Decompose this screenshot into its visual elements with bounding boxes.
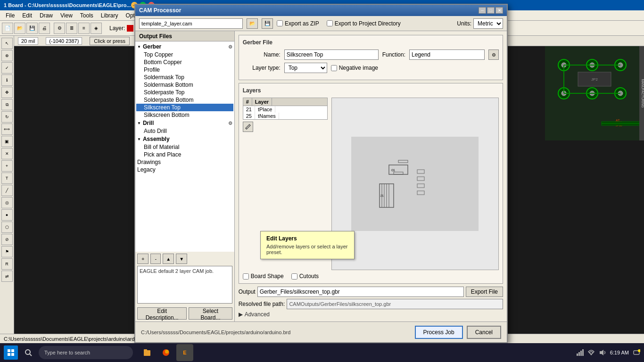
tree-solderpaste-top[interactable]: Solderpaste Top — [136, 89, 233, 96]
tree-silkscreen-bottom[interactable]: Silkscreen Bottom — [136, 111, 233, 119]
cam-add-btn[interactable]: + — [137, 254, 149, 264]
tree-profile[interactable]: Profile — [136, 66, 233, 74]
menu-view[interactable]: View — [57, 11, 76, 20]
layer-name-tplace: tPlace — [255, 106, 276, 113]
lt-info[interactable]: ℹ — [1, 74, 13, 86]
lt-group[interactable]: ▣ — [1, 136, 13, 147]
cam-remove-btn[interactable]: - — [150, 254, 161, 264]
taskbar-search-bar[interactable]: Type here to search — [39, 346, 133, 359]
click-press-button[interactable]: Click or press — [90, 37, 130, 45]
advanced-row[interactable]: ▶ Advanced — [239, 311, 503, 318]
tree-drill-section[interactable]: ▼ Drill ⚙ — [136, 119, 233, 127]
lt-ripup[interactable]: ⊘ — [1, 234, 13, 245]
tree-bom[interactable]: Bill of Material — [136, 143, 233, 151]
export-file-btn[interactable]: Export File — [466, 287, 503, 297]
board-shape-label[interactable]: Board Shape — [243, 273, 284, 280]
menu-tools[interactable]: Tools — [76, 11, 97, 20]
cam-down-btn[interactable]: ▼ — [176, 254, 187, 264]
cam-maximize-btn[interactable]: □ — [487, 7, 495, 14]
svg-rect-52 — [578, 352, 580, 356]
gerber-gear-icon[interactable]: ⚙ — [228, 44, 232, 49]
lt-mirror[interactable]: ⟺ — [1, 123, 13, 135]
tb-open[interactable]: 📂 — [14, 23, 25, 34]
menu-file[interactable]: File — [2, 11, 18, 20]
tb-btn4[interactable]: ◈ — [91, 23, 102, 34]
taskbar-browser-icon[interactable] — [157, 344, 174, 361]
tree-soldermask-bottom[interactable]: Soldermask Bottom — [136, 81, 233, 89]
tree-pick-place[interactable]: Pick and Place — [136, 151, 233, 158]
edit-description-btn[interactable]: Edit Description... — [137, 307, 187, 320]
layer-type-select[interactable]: Top Bottom Inner Mechanical — [284, 63, 327, 73]
cutouts-label[interactable]: Cutouts — [291, 273, 319, 280]
tree-bottom-copper[interactable]: Bottom Copper — [136, 58, 233, 66]
tb-print[interactable]: 🖨 — [39, 23, 50, 34]
layer-row-21[interactable]: 21 tPlace — [243, 106, 327, 113]
units-select[interactable]: Metric Inch — [473, 18, 503, 29]
lt-select[interactable]: ↖ — [1, 38, 13, 49]
lt-drc[interactable]: ✓ — [1, 62, 13, 74]
select-board-btn[interactable]: Select Board... — [189, 307, 232, 320]
menu-library[interactable]: Library — [97, 11, 122, 20]
tb-btn2[interactable]: ≣ — [66, 23, 77, 34]
lt-rotate[interactable]: ↻ — [1, 111, 13, 123]
cam-close-btn[interactable]: ✕ — [495, 7, 503, 14]
function-input[interactable] — [409, 49, 485, 60]
export-zip-checkbox[interactable] — [277, 20, 283, 26]
tree-solderpaste-bottom[interactable]: Solderpaste Bottom — [136, 96, 233, 104]
start-button[interactable] — [4, 346, 18, 360]
svg-rect-51 — [577, 354, 578, 356]
layer-row-25[interactable]: 25 tNames — [243, 113, 327, 119]
tree-auto-drill[interactable]: Auto Drill — [136, 127, 233, 135]
export-project-checkbox[interactable] — [327, 20, 333, 26]
cam-save-btn[interactable]: 💾 — [262, 18, 273, 29]
cam-minimize-btn[interactable]: ─ — [479, 7, 486, 14]
lt-via[interactable]: ◎ — [1, 197, 13, 208]
taskbar-files-icon[interactable] — [139, 344, 156, 361]
drill-gear-icon[interactable]: ⚙ — [228, 121, 232, 126]
lt-r1[interactable]: R — [1, 258, 13, 270]
lt-r2[interactable]: ⇌ — [1, 271, 13, 282]
neg-image-checkbox[interactable] — [331, 65, 337, 71]
lt-move[interactable]: ✥ — [1, 87, 13, 98]
cutouts-checkbox[interactable] — [291, 273, 297, 280]
tree-assembly-section[interactable]: ▼ Assembly — [136, 135, 233, 143]
cam-file-input[interactable] — [139, 18, 243, 29]
svg-line-46 — [30, 354, 32, 356]
menu-draw[interactable]: Draw — [36, 11, 57, 20]
gerber-label: Gerber — [143, 43, 161, 50]
tb-new[interactable]: 📄 — [2, 23, 13, 34]
taskbar-eagle-icon[interactable]: E — [176, 344, 193, 361]
lt-drc2[interactable]: ⚑ — [1, 246, 13, 257]
lt-text[interactable]: T — [1, 173, 13, 184]
tb-save[interactable]: 💾 — [26, 23, 38, 34]
taskbar-search-icon[interactable] — [20, 344, 37, 361]
process-job-btn[interactable]: Process Job — [415, 326, 463, 339]
lt-delete[interactable]: ✕ — [1, 148, 13, 159]
name-input[interactable] — [284, 49, 379, 60]
lt-add[interactable]: + — [1, 160, 13, 172]
tb-btn1[interactable]: ⚙ — [54, 23, 65, 34]
tree-soldermask-top[interactable]: Soldermask Top — [136, 74, 233, 81]
tb-btn3[interactable]: ≡ — [78, 23, 90, 34]
tree-drawings[interactable]: Drawings — [136, 158, 233, 166]
lt-zoom[interactable]: ⊕ — [1, 50, 13, 61]
lt-pad[interactable]: ● — [1, 209, 13, 221]
menu-edit[interactable]: Edit — [18, 11, 36, 20]
export-project-label[interactable]: Export to Project Directory — [327, 20, 401, 27]
tree-silkscreen-top[interactable]: Silkscreen Top — [136, 104, 233, 111]
neg-image-label[interactable]: Negative image — [331, 65, 378, 71]
layer-edit-btn[interactable] — [243, 122, 253, 132]
cancel-btn[interactable]: Cancel — [467, 326, 501, 339]
export-zip-label[interactable]: Export as ZIP — [277, 20, 319, 27]
lt-wire[interactable]: ╱ — [1, 185, 13, 196]
tree-gerber-section[interactable]: ▼ Gerber ⚙ — [136, 42, 233, 51]
output-input[interactable] — [257, 287, 464, 297]
lt-poly[interactable]: ⬡ — [1, 222, 13, 233]
function-gear-btn[interactable]: ⚙ — [488, 49, 499, 60]
board-shape-checkbox[interactable] — [243, 273, 249, 280]
cam-up-btn[interactable]: ▲ — [163, 254, 174, 264]
cam-load-btn[interactable]: 📂 — [247, 18, 258, 29]
lt-copy[interactable]: ⧉ — [1, 99, 13, 110]
tree-top-copper[interactable]: Top Copper — [136, 51, 233, 58]
tree-legacy[interactable]: Legacy — [136, 166, 233, 173]
